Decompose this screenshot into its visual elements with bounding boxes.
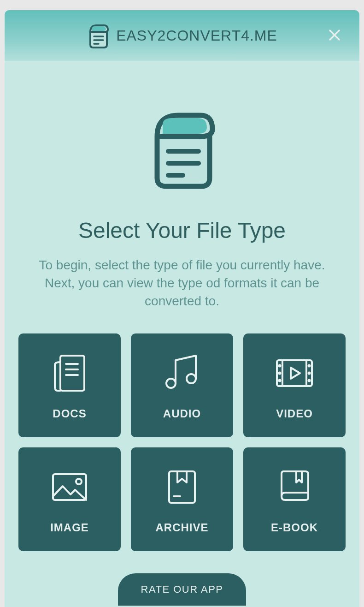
svg-point-19 — [279, 380, 281, 381]
rate-app-button[interactable]: RATE OUR APP — [118, 573, 247, 606]
svg-point-12 — [166, 379, 176, 388]
svg-rect-25 — [169, 471, 195, 503]
file-type-ebook[interactable]: E-BOOK — [243, 447, 346, 551]
file-type-docs[interactable]: DOCS — [18, 333, 121, 437]
document-clip-icon — [87, 23, 110, 48]
video-icon — [271, 350, 317, 396]
tile-label: DOCS — [53, 407, 86, 420]
svg-point-21 — [309, 373, 310, 374]
modal-container: EASY2CONVERT4.ME Select Your File Type T… — [5, 10, 359, 607]
tile-label: IMAGE — [50, 521, 89, 534]
header-logo: EASY2CONVERT4.ME — [87, 23, 277, 48]
svg-point-13 — [187, 374, 196, 383]
svg-point-17 — [279, 365, 281, 367]
document-clip-icon — [145, 107, 219, 190]
close-button[interactable] — [326, 27, 343, 44]
file-type-video[interactable]: VIDEO — [243, 333, 346, 437]
svg-rect-8 — [60, 356, 84, 391]
svg-point-22 — [309, 380, 310, 381]
tile-label: VIDEO — [276, 407, 313, 420]
tile-label: AUDIO — [163, 407, 201, 420]
file-type-image[interactable]: IMAGE — [18, 447, 121, 551]
svg-point-24 — [76, 479, 82, 484]
archive-icon — [159, 464, 205, 510]
tile-label: ARCHIVE — [155, 521, 208, 534]
page-subtitle: To begin, select the type of file you cu… — [25, 256, 339, 310]
modal-content: Select Your File Type To begin, select t… — [5, 61, 359, 607]
file-type-archive[interactable]: ARCHIVE — [131, 447, 233, 551]
image-icon — [47, 464, 93, 510]
file-type-grid: DOCS AUDIO — [18, 333, 346, 551]
page-title: Select Your File Type — [78, 218, 286, 243]
modal-header: EASY2CONVERT4.ME — [5, 10, 359, 61]
audio-icon — [159, 350, 205, 396]
docs-icon — [47, 350, 93, 396]
header-title: EASY2CONVERT4.ME — [116, 27, 277, 44]
tile-label: E-BOOK — [271, 521, 318, 534]
close-icon — [328, 29, 341, 43]
svg-point-18 — [279, 373, 281, 374]
svg-point-20 — [309, 365, 310, 367]
ebook-icon — [271, 464, 317, 510]
file-type-audio[interactable]: AUDIO — [131, 333, 233, 437]
